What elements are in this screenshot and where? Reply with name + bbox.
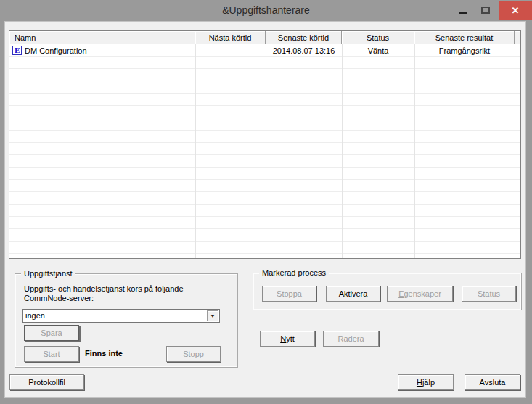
table-row[interactable]: E DM Configuration 2014.08.07 13:16 Vänt… (9, 44, 520, 57)
stop-process-button[interactable]: Stoppa (262, 286, 316, 302)
column-header-senaste-kortid[interactable]: Senaste körtid (266, 31, 342, 44)
properties-button-mnemonic: E (398, 289, 404, 298)
cell-senaste-resultat: Framgångsrikt (414, 44, 515, 57)
service-description-line1: Uppgifts- och händelsetjänst körs på föl… (24, 284, 184, 293)
start-service-button[interactable]: Start (24, 346, 79, 362)
commnode-server-combobox[interactable]: ingen ▼ (22, 309, 220, 323)
process-status-button[interactable]: Status (462, 286, 516, 302)
properties-button-label: genskaper (404, 289, 441, 298)
column-header-namn[interactable]: Namn (9, 31, 195, 44)
task-service-groupbox: Uppgiftstjänst Uppgifts- och händelsetjä… (15, 273, 238, 368)
combobox-dropdown-button[interactable]: ▼ (207, 310, 218, 321)
marked-process-groupbox: Markerad process Stoppa Aktivera Egenska… (253, 273, 522, 310)
task-list-view: Namn Nästa körtid Senaste körtid Status … (9, 30, 521, 259)
column-divider (266, 44, 266, 258)
column-header-senaste-resultat[interactable]: Senaste resultat (414, 31, 515, 44)
cell-senaste-kortid: 2014.08.07 13:16 (266, 44, 342, 57)
new-button-label: ytt (286, 334, 295, 343)
combobox-selected-value: ingen (25, 310, 45, 321)
maximize-button[interactable] (475, 0, 496, 20)
column-divider (414, 44, 415, 258)
delete-button[interactable]: Radera (323, 331, 379, 347)
dialog-window: &Uppgiftshanterare ✕ Namn Nästa körtid S… (0, 0, 532, 404)
stop-service-button[interactable]: Stopp (166, 346, 221, 362)
service-description-line2: CommNode-server: (24, 294, 94, 302)
groupbox-title: Uppgiftstjänst (21, 269, 75, 278)
cell-nasta-kortid (195, 44, 266, 57)
groupbox-title: Markerad process (259, 268, 329, 277)
help-button[interactable]: Hjälp (398, 374, 454, 390)
maximize-icon (481, 7, 490, 14)
task-name: DM Configuration (25, 46, 87, 55)
chevron-down-icon: ▼ (210, 313, 216, 318)
exit-button[interactable]: Avsluta (465, 374, 520, 390)
help-button-mnemonic: H (417, 378, 422, 387)
close-icon: ✕ (512, 5, 520, 16)
column-header-status[interactable]: Status (342, 31, 414, 44)
column-header-filler (515, 31, 520, 44)
save-button[interactable]: Spara (24, 325, 79, 341)
close-button[interactable]: ✕ (499, 1, 532, 20)
cell-status: Vänta (342, 44, 414, 57)
new-button[interactable]: Nytt (260, 331, 315, 347)
minimize-button[interactable] (451, 0, 473, 20)
properties-button[interactable]: Egenskaper (387, 286, 453, 302)
task-item-icon: E (12, 46, 22, 55)
column-divider (515, 44, 515, 258)
title-bar: &Uppgiftshanterare ✕ (0, 0, 532, 22)
column-divider (195, 44, 196, 258)
list-header: Namn Nästa körtid Senaste körtid Status … (9, 31, 520, 44)
list-body: E DM Configuration 2014.08.07 13:16 Vänt… (9, 44, 520, 258)
dialog-client-area: Namn Nästa körtid Senaste körtid Status … (5, 22, 525, 397)
column-header-nasta-kortid[interactable]: Nästa körtid (195, 31, 266, 44)
service-status-text: Finns inte (85, 349, 123, 358)
minimize-icon (459, 12, 467, 14)
activate-button[interactable]: Aktivera (326, 286, 380, 302)
column-divider (342, 44, 343, 258)
new-button-mnemonic: N (280, 334, 286, 343)
cell-namn: E DM Configuration (9, 44, 195, 57)
log-file-button[interactable]: Protokollfil (9, 374, 84, 390)
help-button-label: jälp (422, 378, 435, 387)
